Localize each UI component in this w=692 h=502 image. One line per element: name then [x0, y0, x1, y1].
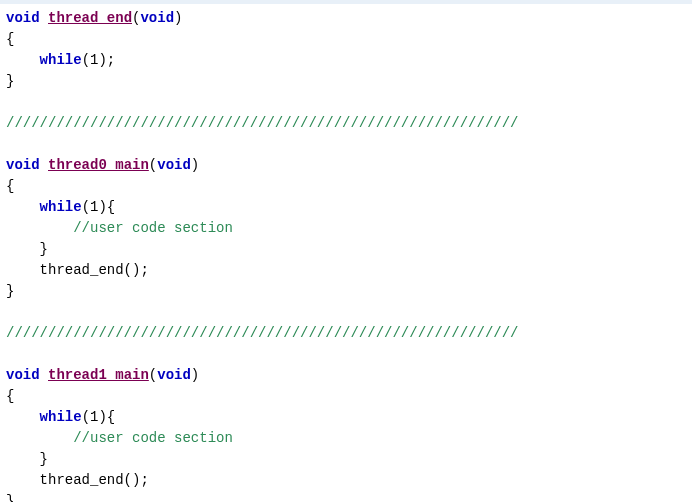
brace-open: { — [6, 388, 14, 404]
indent — [6, 472, 40, 488]
line-10: while(1){ — [6, 199, 115, 215]
function-name: thread0_main — [48, 157, 149, 173]
line-8: void thread0_main(void) — [6, 157, 199, 173]
line-17-blank — [6, 346, 14, 362]
line-16: ////////////////////////////////////////… — [6, 325, 518, 341]
indent — [6, 52, 40, 68]
brace-close: } — [40, 451, 48, 467]
line-12: } — [6, 241, 48, 257]
comment: //user code section — [73, 220, 233, 236]
paren-close: ) — [174, 10, 182, 26]
line-23: thread_end(); — [6, 472, 149, 488]
line-2: { — [6, 31, 14, 47]
line-20: while(1){ — [6, 409, 115, 425]
keyword-while: while — [40, 199, 82, 215]
keyword-void: void — [6, 367, 40, 383]
separator-comment: ////////////////////////////////////////… — [6, 325, 518, 341]
keyword-void: void — [6, 10, 40, 26]
brace-close: } — [40, 241, 48, 257]
while-condition: (1){ — [82, 199, 116, 215]
brace-close: } — [6, 283, 14, 299]
paren-open: ( — [149, 157, 157, 173]
line-7-blank — [6, 136, 14, 152]
line-6: ////////////////////////////////////////… — [6, 115, 518, 131]
function-name: thread1_main — [48, 367, 149, 383]
paren-close: ) — [191, 157, 199, 173]
keyword-void: void — [6, 157, 40, 173]
keyword-while: while — [40, 52, 82, 68]
function-name: thread_end — [48, 10, 132, 26]
indent — [6, 220, 73, 236]
line-3: while(1); — [6, 52, 115, 68]
line-11: //user code section — [6, 220, 233, 236]
indent — [6, 409, 40, 425]
line-4: } — [6, 73, 14, 89]
brace-close: } — [6, 73, 14, 89]
keyword-while: while — [40, 409, 82, 425]
line-21: //user code section — [6, 430, 233, 446]
brace-open: { — [6, 31, 14, 47]
line-9: { — [6, 178, 14, 194]
line-18: void thread1_main(void) — [6, 367, 199, 383]
indent — [6, 262, 40, 278]
line-1: void thread_end(void) — [6, 10, 182, 26]
indent — [6, 430, 73, 446]
paren-open: ( — [149, 367, 157, 383]
while-condition: (1){ — [82, 409, 116, 425]
function-call: thread_end(); — [40, 262, 149, 278]
function-call: thread_end(); — [40, 472, 149, 488]
indent — [6, 199, 40, 215]
while-condition: (1); — [82, 52, 116, 68]
keyword-void: void — [157, 157, 191, 173]
keyword-void: void — [157, 367, 191, 383]
line-19: { — [6, 388, 14, 404]
indent — [6, 241, 40, 257]
line-15-blank — [6, 304, 14, 320]
paren-close: ) — [191, 367, 199, 383]
line-5-blank — [6, 94, 14, 110]
separator-comment: ////////////////////////////////////////… — [6, 115, 518, 131]
brace-open: { — [6, 178, 14, 194]
code-block: void thread_end(void) { while(1); } ////… — [0, 4, 692, 502]
line-13: thread_end(); — [6, 262, 149, 278]
comment: //user code section — [73, 430, 233, 446]
brace-close: } — [6, 493, 14, 502]
line-22: } — [6, 451, 48, 467]
keyword-void: void — [140, 10, 174, 26]
line-24: } — [6, 493, 14, 502]
line-14: } — [6, 283, 14, 299]
indent — [6, 451, 40, 467]
